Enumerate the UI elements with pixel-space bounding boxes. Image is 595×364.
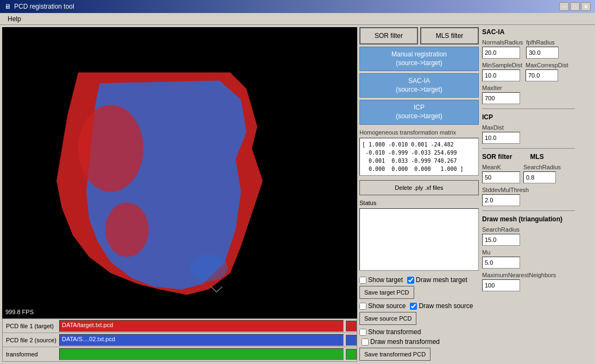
minSampleDist-input[interactable] <box>482 69 520 81</box>
stddevMulThresh-label: StddevMulThresh <box>482 187 529 193</box>
draw-mesh-target-checkbox[interactable] <box>407 277 414 284</box>
maxDist-label: MaxDist <box>482 124 520 131</box>
file1-label: PCD file 1 (target) <box>3 322 57 330</box>
right-panel: SAC-IA NormalsRadius fpfhRadius MinSampl… <box>481 27 576 362</box>
fps-display: 999.8 FPS <box>5 309 34 315</box>
minSampleDist-label: MinSampleDist <box>482 62 522 68</box>
save-source-pcd-button[interactable]: Save source PCD <box>359 312 416 325</box>
transformed-label: transformed <box>3 350 57 359</box>
mls-filter-button[interactable]: MLS filter <box>420 27 479 44</box>
svg-line-5 <box>217 287 222 292</box>
matrix-label: Homogeneous transformation matrix <box>359 129 479 136</box>
title-bar: 🖥 PCD registration tool ─ □ ✕ <box>0 0 595 13</box>
window-title: PCD registration tool <box>14 3 74 10</box>
sor-filter-button[interactable]: SOR filter <box>359 27 418 44</box>
meanK-label: MeanK <box>482 164 520 170</box>
manual-registration-button[interactable]: Manual registration (source->target) <box>359 47 479 71</box>
svg-point-2 <box>78 105 143 192</box>
file2-color-swatch <box>346 335 357 346</box>
maxDist-input[interactable] <box>482 132 520 144</box>
menu-bar: Help <box>0 13 595 25</box>
normalsRadius-label: NormalsRadius <box>482 39 523 46</box>
mesh-searchRadius-label: SearchRadius <box>482 226 520 233</box>
file-list: PCD file 1 (target) DATA/target.txt.pcd … <box>2 318 357 362</box>
app-icon: 🖥 <box>4 3 11 10</box>
show-transformed-label: Show transformed <box>368 328 421 336</box>
3d-viewport[interactable]: 999.8 FPS <box>2 27 357 318</box>
svg-point-4 <box>189 254 227 282</box>
sac-ia-button[interactable]: SAC-IA (source->target) <box>359 73 479 98</box>
svg-point-3 <box>105 203 149 257</box>
maxCorrespDist-input[interactable] <box>526 69 558 81</box>
save-transformed-pcd-button[interactable]: Save transformed PCD <box>359 348 431 361</box>
show-source-label: Show source <box>368 302 406 310</box>
show-transformed-checkbox[interactable] <box>359 329 366 336</box>
maximize-button[interactable]: □ <box>570 2 580 11</box>
fpfhRadius-label: fpfhRadius <box>526 39 559 46</box>
transformed-color-swatch <box>346 349 357 360</box>
show-source-checkbox[interactable] <box>359 303 366 310</box>
searchRadius-label: SearchRadius <box>523 164 561 170</box>
viewport-panel: 999.8 FPS PCD file 1 (target) DATA/targe… <box>2 27 357 362</box>
maxIter-label: MaxIter <box>482 85 520 91</box>
stddevMulThresh-input[interactable] <box>482 194 520 206</box>
icp-section-title: ICP <box>482 113 575 121</box>
svg-line-6 <box>211 287 217 292</box>
sac-ia-section-title: SAC-IA <box>482 28 575 36</box>
transformed-path <box>59 348 344 360</box>
draw-mesh-source-checkbox[interactable] <box>410 303 417 310</box>
file1-path: DATA/target.txt.pcd <box>59 320 344 332</box>
draw-mesh-section-title: Draw mesh (triangulation) <box>482 215 575 223</box>
mu-input[interactable] <box>482 257 520 269</box>
searchRadius-input[interactable] <box>523 171 556 183</box>
meanK-input[interactable] <box>482 171 520 183</box>
maxNearestNeighbors-input[interactable] <box>482 279 520 291</box>
mls-section-title: MLS <box>530 153 575 161</box>
delete-ply-button[interactable]: Delete .ply .xf files <box>359 180 479 195</box>
close-button[interactable]: ✕ <box>581 2 591 11</box>
status-display <box>359 208 479 271</box>
mesh-searchRadius-input[interactable] <box>482 234 520 246</box>
icp-button[interactable]: ICP (source->target) <box>359 100 479 124</box>
show-target-checkbox[interactable] <box>359 277 366 284</box>
status-label: Status <box>359 200 479 206</box>
draw-mesh-transformed-checkbox[interactable] <box>362 339 369 346</box>
sor-section-title: SOR filter <box>482 153 527 161</box>
draw-mesh-transformed-label: Draw mesh transformed <box>370 338 440 346</box>
file1-color-swatch <box>346 321 357 331</box>
file2-label: PCD file 2 (source) <box>3 336 57 344</box>
draw-mesh-target-label: Draw mesh target <box>416 276 467 284</box>
mu-label: Mu <box>482 249 520 256</box>
menu-help[interactable]: Help <box>4 14 24 24</box>
maxCorrespDist-label: MaxCorrespDist <box>526 62 568 68</box>
maxIter-input[interactable] <box>482 92 520 104</box>
normalsRadius-input[interactable] <box>482 47 520 59</box>
file2-path: DATA/S....02.txt.pcd <box>59 334 344 346</box>
middle-panel: SOR filter MLS filter Manual registratio… <box>359 27 479 362</box>
draw-mesh-source-label: Draw mesh source <box>419 302 473 310</box>
fpfhRadius-input[interactable] <box>526 47 559 59</box>
save-target-pcd-button[interactable]: Save target PCD <box>359 286 414 299</box>
maxNearestNeighbors-label: MaximumNearestNeighbors <box>482 272 556 278</box>
show-target-label: Show target <box>368 276 403 284</box>
minimize-button[interactable]: ─ <box>559 2 569 11</box>
matrix-display: [ 1.000 -0.010 0.001 -24.482 -0.010 -0.9… <box>359 138 479 176</box>
